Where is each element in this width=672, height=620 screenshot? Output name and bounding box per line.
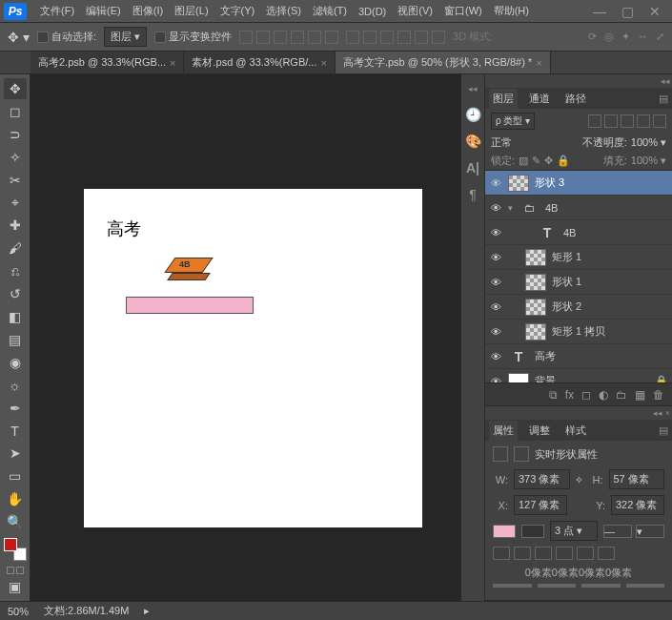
doc-tab-1[interactable]: 高考2.psb @ 33.3%(RGB...×: [31, 52, 184, 73]
menu-select[interactable]: 选择(S): [260, 4, 307, 18]
layer-row[interactable]: 👁 矩形 1: [485, 245, 672, 270]
link-layers-button[interactable]: ⧉: [549, 388, 558, 402]
stroke-align-row[interactable]: [493, 547, 664, 560]
stroke-width-input[interactable]: 3 点 ▾: [550, 521, 598, 541]
layer-name[interactable]: 4B: [545, 202, 558, 214]
menu-type[interactable]: 文字(Y): [214, 4, 261, 18]
visibility-toggle[interactable]: 👁: [489, 301, 502, 313]
distribute-icons[interactable]: [346, 31, 445, 44]
3d-orbit-icon[interactable]: ⟳: [588, 31, 597, 43]
layer-mask-button[interactable]: ◻: [581, 388, 591, 402]
dodge-tool[interactable]: ☼: [4, 375, 27, 396]
window-restore[interactable]: ▢: [621, 4, 634, 19]
menu-view[interactable]: 视图(V): [392, 4, 438, 18]
doc-size[interactable]: 文档:2.86M/1.49M: [44, 604, 129, 618]
paragraph-panel-icon[interactable]: ¶: [469, 187, 477, 202]
visibility-toggle[interactable]: 👁: [489, 376, 502, 383]
menu-file[interactable]: 文件(F): [34, 4, 80, 18]
new-group-button[interactable]: 🗀: [616, 388, 627, 402]
auto-select-target[interactable]: 图层 ▾: [104, 27, 147, 47]
layer-row[interactable]: 👁 形状 1: [485, 270, 672, 295]
layers-collapse-button[interactable]: ◂◂: [485, 74, 672, 88]
canvas-area[interactable]: 高考 4B: [31, 74, 460, 601]
brush-tool[interactable]: 🖌: [4, 238, 27, 258]
pen-tool[interactable]: ✒: [4, 398, 27, 419]
tab-styles[interactable]: 样式: [561, 421, 590, 441]
hand-tool[interactable]: ✋: [4, 488, 27, 509]
align-icons[interactable]: [239, 31, 338, 44]
layer-filter-kind[interactable]: ρ 类型 ▾: [491, 113, 535, 130]
menu-help[interactable]: 帮助(H): [488, 4, 535, 18]
layer-name[interactable]: 矩形 1: [552, 250, 581, 264]
healing-brush-tool[interactable]: ✚: [4, 215, 27, 236]
layer-name[interactable]: 背景: [535, 374, 556, 382]
menu-window[interactable]: 窗口(W): [438, 4, 488, 18]
stroke-color-swatch[interactable]: [521, 525, 544, 538]
path-select-tool[interactable]: ➤: [4, 444, 27, 465]
history-brush-tool[interactable]: ↺: [4, 283, 27, 304]
layer-row[interactable]: 👁 背景 🔒: [485, 369, 672, 382]
doc-tab-2-close[interactable]: ×: [320, 57, 326, 69]
screen-mode-button[interactable]: ▣: [4, 576, 27, 597]
width-input[interactable]: 373 像素: [514, 469, 570, 489]
menu-edit[interactable]: 编辑(E): [80, 4, 127, 18]
3d-roll-icon[interactable]: ◎: [604, 31, 614, 43]
3d-slide-icon[interactable]: ↔: [638, 31, 648, 43]
fill-value[interactable]: 100% ▾: [631, 155, 666, 167]
adjustment-layer-button[interactable]: ◐: [599, 388, 608, 402]
show-transform-checkbox[interactable]: [154, 31, 166, 43]
color-swatches[interactable]: [4, 538, 27, 561]
dock-collapse-button[interactable]: ◂◂: [466, 82, 479, 95]
gradient-tool[interactable]: ▤: [4, 329, 27, 350]
crop-tool[interactable]: ✂: [4, 170, 27, 191]
tab-paths[interactable]: 路径: [561, 89, 590, 109]
layer-row[interactable]: 👁 形状 2: [485, 295, 672, 320]
group-arrow[interactable]: ▾: [508, 203, 513, 213]
x-input[interactable]: 127 像素: [514, 495, 567, 515]
props-panel-menu[interactable]: ▤: [659, 424, 668, 437]
stroke-style-select[interactable]: —▾: [603, 525, 664, 538]
menu-3d[interactable]: 3D(D): [353, 6, 392, 17]
visibility-toggle[interactable]: 👁: [489, 326, 502, 338]
layer-row[interactable]: 👁 形状 3: [485, 171, 672, 196]
layer-row[interactable]: 👁 T 高考: [485, 344, 672, 369]
3d-scale-icon[interactable]: ⤢: [656, 31, 664, 43]
tab-adjustments[interactable]: 调整: [525, 421, 554, 441]
eraser-tool[interactable]: ◧: [4, 306, 27, 327]
visibility-toggle[interactable]: 👁: [489, 351, 502, 362]
clone-stamp-tool[interactable]: ⎌: [4, 260, 27, 281]
tab-properties[interactable]: 属性: [489, 421, 518, 441]
lasso-tool[interactable]: ⊃: [4, 124, 27, 145]
layer-name[interactable]: 形状 1: [552, 275, 581, 289]
layer-fx-button[interactable]: fx: [565, 388, 574, 402]
layer-name[interactable]: 高考: [535, 349, 556, 363]
y-input[interactable]: 322 像素: [611, 495, 664, 515]
auto-select-checkbox[interactable]: [37, 31, 49, 43]
delete-layer-button[interactable]: 🗑: [653, 388, 664, 402]
character-panel-icon[interactable]: A|: [466, 160, 479, 176]
visibility-toggle[interactable]: 👁: [489, 227, 502, 238]
menu-layer[interactable]: 图层(L): [169, 4, 214, 18]
doc-tab-1-close[interactable]: ×: [170, 57, 175, 69]
link-wh-icon[interactable]: ⟡: [576, 473, 582, 486]
eyedropper-tool[interactable]: ⌖: [4, 193, 27, 214]
document-canvas[interactable]: 高考 4B: [84, 189, 422, 527]
layer-row[interactable]: 👁 T 4B: [485, 220, 672, 245]
color-panel-icon[interactable]: 🎨: [465, 134, 481, 149]
visibility-toggle[interactable]: 👁: [489, 202, 502, 214]
height-input[interactable]: 57 像素: [609, 469, 665, 489]
status-arrow-icon[interactable]: ▸: [144, 605, 150, 617]
layer-name[interactable]: 形状 2: [552, 300, 581, 314]
props-collapse-button[interactable]: ◂◂ ×: [485, 406, 672, 420]
marquee-tool[interactable]: ◻: [4, 101, 27, 122]
layer-name[interactable]: 4B: [563, 227, 576, 238]
blend-mode-select[interactable]: 正常: [491, 135, 579, 150]
layer-name[interactable]: 形状 3: [535, 176, 564, 190]
3d-pan-icon[interactable]: ✦: [621, 31, 630, 43]
doc-tab-3-close[interactable]: ×: [536, 57, 541, 69]
window-minimize[interactable]: —: [593, 4, 606, 19]
blur-tool[interactable]: ◉: [4, 352, 27, 373]
window-close[interactable]: ✕: [649, 4, 661, 19]
doc-tab-2[interactable]: 素材.psd @ 33.3%(RGB/...×: [184, 52, 335, 73]
type-tool[interactable]: T: [4, 421, 27, 442]
